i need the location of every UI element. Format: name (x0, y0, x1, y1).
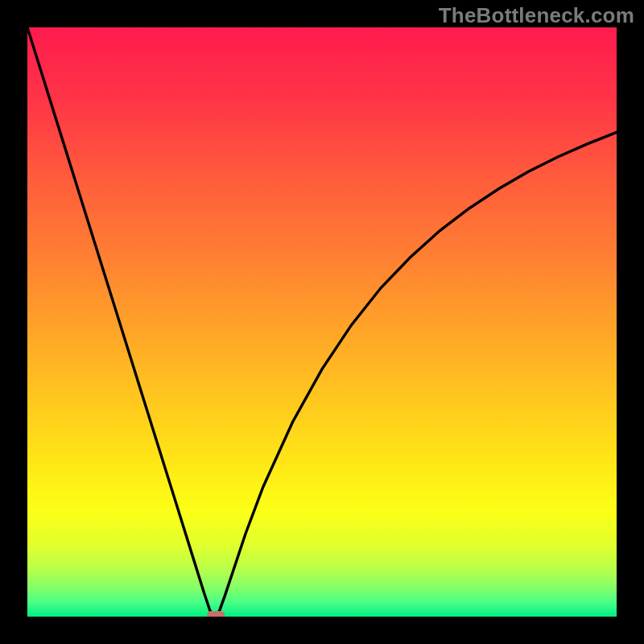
watermark-text: TheBottleneck.com (439, 3, 634, 28)
chart-background (27, 27, 617, 617)
chart-plot-area (27, 27, 617, 617)
chart-frame: TheBottleneck.com (0, 0, 644, 644)
chart-svg (27, 27, 617, 617)
minimum-marker (207, 611, 225, 617)
